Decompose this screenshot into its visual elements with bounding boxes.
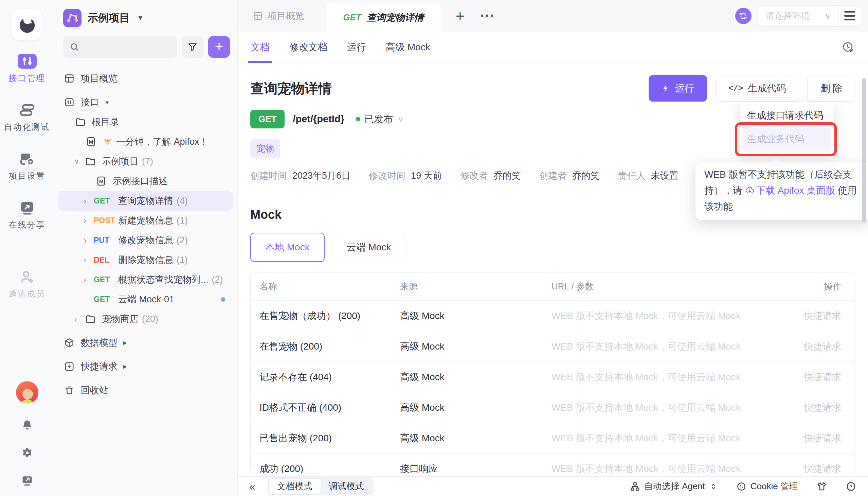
sidebar-item-project-overview[interactable]: 项目概览: [54, 68, 237, 88]
fox-emoji: [102, 137, 113, 147]
invite-members-icon: [19, 269, 36, 284]
chevron-right-icon[interactable]: ›: [83, 196, 94, 206]
run-button-label: 运行: [675, 82, 694, 95]
menu-item-generate-business-code[interactable]: 生成业务代码: [742, 126, 831, 152]
sidebar-folder-root[interactable]: 根目录: [54, 112, 237, 132]
tooltip-text: 持），请: [704, 185, 745, 196]
mock-url-note: WEB 版不支持本地 Mock，可使用云端 Mock: [552, 462, 784, 474]
collapse-sidebar-icon[interactable]: «: [249, 481, 255, 492]
web-unsupported-tooltip: WEB 版暂不支持该功能（后续会支 持），请 下载 Apifox 桌面版 使用 …: [695, 162, 868, 220]
quick-request-action[interactable]: 快捷请求: [784, 340, 855, 353]
sidebar-item-data-models[interactable]: 数据模型 ▶: [54, 333, 237, 353]
cookie-manager[interactable]: Cookie 管理: [736, 480, 798, 492]
quick-request-action[interactable]: 快捷请求: [784, 401, 855, 414]
doc-tab-bar: 文档 修改文档 运行 高级 Mock: [238, 32, 868, 63]
chevron-right-icon[interactable]: ›: [83, 216, 94, 226]
meta-value: 未设置: [651, 170, 679, 182]
rail-bottom: [16, 381, 38, 487]
chevron-expanded-icon[interactable]: ∨: [74, 157, 84, 166]
sidebar-folder-sample-project[interactable]: ∨ 示例项目 (7): [54, 152, 237, 171]
chevron-right-icon[interactable]: ›: [74, 314, 84, 324]
sidebar-api-del-delete-pet[interactable]: › DEL 删除宠物信息 (1): [54, 250, 237, 270]
meta-label: 修改者: [460, 170, 488, 182]
sync-button[interactable]: [735, 8, 752, 24]
status-dot: [356, 117, 360, 121]
add-new-button[interactable]: +: [208, 36, 230, 58]
method-put-label: PUT: [94, 236, 118, 245]
sidebar-doc-sample-api-desc[interactable]: M 示例接口描述: [54, 171, 237, 191]
cloud-download-icon: [745, 186, 755, 195]
sidebar-item-apis[interactable]: 接口 ▼: [54, 92, 237, 112]
filter-button[interactable]: [182, 36, 203, 58]
quick-request-action[interactable]: 快捷请求: [784, 462, 855, 474]
chevron-down-icon[interactable]: ∨: [398, 114, 404, 124]
vertical-scrollbar[interactable]: [862, 78, 866, 222]
open-desktop-icon[interactable]: [21, 474, 34, 487]
table-row: ID格式不正确 (400) 高级 Mock WEB 版不支持本地 Mock，可使…: [251, 392, 855, 423]
settings-gear-icon[interactable]: [21, 446, 34, 459]
tree-label: 宠物商店: [102, 313, 139, 325]
apifox-logo[interactable]: [12, 9, 43, 40]
project-name: 示例项目: [88, 11, 130, 25]
mock-name: 记录不存在 (404): [251, 371, 400, 384]
doc-mode-segment[interactable]: 文档模式: [269, 479, 320, 494]
rail-item-api-management[interactable]: 接口管理: [9, 54, 46, 83]
tab-label: 云端 Mock: [347, 241, 391, 254]
sidebar-api-put-update-pet[interactable]: › PUT 修改宠物信息 (2): [54, 230, 237, 250]
sidebar-item-recycle-bin[interactable]: 回收站: [54, 381, 237, 400]
tag-pet[interactable]: 宠物: [250, 139, 280, 158]
tooltip-text: 该功能: [704, 201, 733, 212]
notifications-bell-icon[interactable]: [21, 419, 34, 432]
tab-get-pet-detail[interactable]: GET 查询宠物详情: [326, 3, 441, 32]
generate-code-button[interactable]: </> 生成代码: [715, 75, 799, 102]
tab-more-button[interactable]: ···: [480, 8, 495, 24]
meta-creator: 创建者 乔的笑: [539, 170, 600, 182]
menu-item-generate-request-code[interactable]: 生成接口请求代码: [742, 105, 831, 126]
rail-item-label: 在线分享: [9, 219, 46, 230]
sidebar-api-get-pet-detail[interactable]: › GET 查询宠物详情 (4): [59, 191, 233, 211]
sidebar-api-get-find-by-status[interactable]: › GET 根据状态查找宠物列... (2): [54, 270, 237, 290]
sidebar-doc-one-minute[interactable]: M 一分钟，了解 Apifox！: [54, 132, 237, 152]
sidebar-item-quick-requests[interactable]: 快捷请求 ▶: [54, 357, 237, 376]
status-published[interactable]: 已发布: [364, 113, 393, 126]
environment-select[interactable]: 请选择环境 ∨: [758, 10, 838, 22]
local-mock-tab[interactable]: 本地 Mock: [250, 233, 325, 262]
project-sidebar: 示例项目 ▼ + 项目概览 接口 ▼: [54, 0, 238, 496]
rail-item-project-settings[interactable]: 项目设置: [9, 152, 46, 182]
tshirt-icon[interactable]: [816, 481, 827, 492]
svg-text:?: ?: [850, 484, 853, 489]
chevron-right-icon[interactable]: ›: [83, 235, 94, 245]
rail-item-online-sharing[interactable]: 在线分享: [9, 200, 46, 230]
history-clock-icon[interactable]: [841, 41, 855, 54]
quick-request-action[interactable]: 快捷请求: [784, 310, 855, 322]
run-button[interactable]: 运行: [649, 75, 707, 102]
user-avatar[interactable]: [16, 381, 38, 404]
cloud-mock-tab[interactable]: 云端 Mock: [332, 233, 406, 262]
quick-request-action[interactable]: 快捷请求: [784, 432, 855, 445]
tab-run[interactable]: 运行: [347, 32, 366, 63]
debug-mode-segment[interactable]: 调试模式: [320, 479, 372, 494]
help-icon[interactable]: ?: [846, 481, 856, 492]
chevron-right-icon[interactable]: ›: [83, 275, 94, 285]
tab-project-overview[interactable]: 项目概览: [253, 0, 304, 32]
tree-label: 回收站: [81, 384, 108, 397]
project-switcher[interactable]: 示例项目 ▼: [54, 0, 237, 27]
quick-request-action[interactable]: 快捷请求: [784, 371, 855, 384]
chevron-right-icon[interactable]: ›: [83, 255, 94, 265]
search-input[interactable]: [63, 36, 177, 58]
tab-doc[interactable]: 文档: [251, 32, 270, 63]
agent-selector[interactable]: 自动选择 Agent: [630, 480, 718, 492]
method-del-label: DEL: [94, 255, 118, 265]
tab-strip: 项目概览 GET 查询宠物详情 + ··· 请选择环境 ∨: [238, 0, 868, 32]
download-desktop-link[interactable]: 下载 Apifox 桌面版: [745, 185, 835, 196]
rail-item-automated-testing[interactable]: 自动化测试: [4, 103, 50, 133]
sidebar-api-get-cloud-mock[interactable]: GET 云端 Mock-01: [54, 290, 237, 309]
tab-advanced-mock[interactable]: 高级 Mock: [386, 32, 430, 63]
sidebar-folder-pet-store[interactable]: › 宠物商店 (20): [54, 309, 237, 329]
delete-button[interactable]: 删 除: [807, 75, 855, 102]
tab-edit-doc[interactable]: 修改文档: [289, 32, 327, 63]
hamburger-menu-button[interactable]: [838, 5, 861, 27]
rail-item-invite-members[interactable]: 邀请成员: [9, 269, 46, 299]
sidebar-api-post-new-pet[interactable]: › POST 新建宠物信息 (1): [54, 211, 237, 230]
new-tab-button[interactable]: +: [456, 7, 464, 25]
